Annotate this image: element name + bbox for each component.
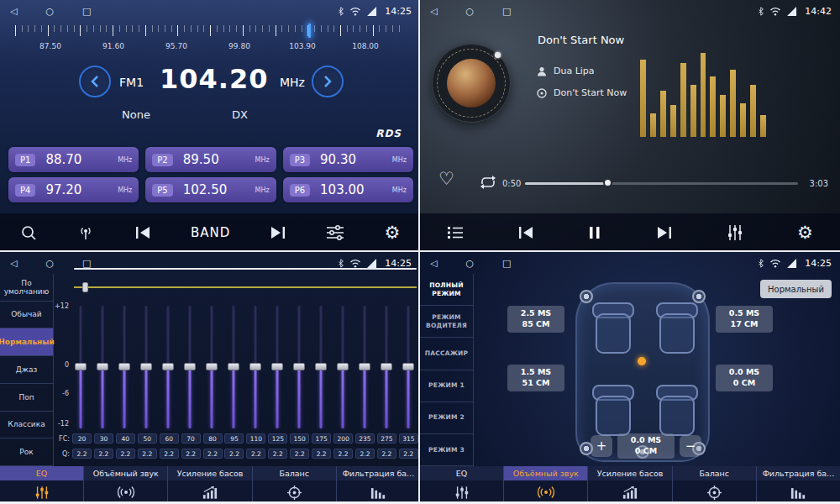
- tab-eq[interactable]: EQ: [420, 466, 504, 504]
- tune-down-button[interactable]: [79, 66, 111, 97]
- eq-band-slider[interactable]: [314, 306, 328, 428]
- slider-knob[interactable]: [184, 363, 196, 370]
- home-nav-icon[interactable]: ○: [465, 7, 474, 16]
- rear-left-delay[interactable]: 1.5 MS 51 CM: [507, 365, 564, 391]
- album-art[interactable]: [432, 44, 511, 123]
- eq-band-slider[interactable]: [227, 306, 240, 428]
- previous-station-button[interactable]: [129, 213, 156, 252]
- eq-preset-item[interactable]: Обычай: [0, 302, 53, 329]
- back-nav-icon[interactable]: ◁: [10, 259, 17, 268]
- eq-preset-item[interactable]: По умолчанию: [0, 274, 53, 302]
- tune-up-button[interactable]: [312, 66, 344, 97]
- back-nav-icon[interactable]: ◁: [10, 7, 17, 16]
- progress-knob[interactable]: [603, 178, 612, 187]
- front-right-speaker-icon[interactable]: [692, 290, 706, 303]
- radio-preset-button[interactable]: P5102.50MHz: [145, 177, 276, 202]
- equalizer-button[interactable]: [722, 213, 748, 252]
- eq-band-slider[interactable]: [205, 306, 218, 428]
- audio-settings-button[interactable]: [321, 213, 349, 252]
- recents-nav-icon[interactable]: □: [502, 259, 511, 268]
- eq-band-slider[interactable]: [336, 306, 349, 428]
- tab-filter[interactable]: Фильтрация ба...: [337, 466, 420, 504]
- slider-knob[interactable]: [271, 363, 283, 370]
- band-button[interactable]: BAND: [186, 213, 235, 252]
- front-left-speaker-icon[interactable]: [580, 290, 593, 303]
- next-station-button[interactable]: [265, 213, 291, 252]
- surround-preset-button[interactable]: Нормальный: [760, 280, 832, 298]
- eq-band-slider[interactable]: [96, 306, 109, 428]
- tab-surround[interactable]: Объёмный звук: [84, 466, 168, 504]
- listening-mode-item[interactable]: ПАССАЖИР: [420, 338, 473, 370]
- progress-slider[interactable]: [525, 182, 798, 185]
- radio-preset-button[interactable]: P289.50MHz: [145, 147, 276, 172]
- settings-button[interactable]: ⚙: [792, 213, 818, 252]
- slider-knob[interactable]: [75, 363, 87, 370]
- radio-preset-button[interactable]: P390.30MHz: [283, 147, 413, 172]
- slider-knob[interactable]: [206, 363, 218, 370]
- home-nav-icon[interactable]: ○: [45, 7, 54, 16]
- back-nav-icon[interactable]: ◁: [430, 259, 437, 268]
- listening-mode-item[interactable]: РЕЖИМ ВОДИТЕЛЯ: [420, 306, 473, 338]
- home-nav-icon[interactable]: ○: [45, 259, 54, 268]
- pause-button[interactable]: [583, 213, 606, 252]
- eq-band-slider[interactable]: [183, 306, 197, 428]
- slider-knob[interactable]: [228, 363, 239, 370]
- delay-increase-button[interactable]: +: [591, 435, 612, 457]
- previous-track-button[interactable]: [512, 213, 539, 252]
- eq-band-slider[interactable]: [74, 306, 87, 428]
- slider-knob[interactable]: [249, 363, 261, 370]
- radio-preset-button[interactable]: P188.70MHz: [8, 147, 139, 172]
- listening-mode-item[interactable]: РЕЖИМ 3: [420, 434, 473, 466]
- eq-preset-item[interactable]: Рок: [0, 438, 53, 466]
- recents-nav-icon[interactable]: □: [502, 7, 511, 16]
- tab-surround[interactable]: Объёмный звук: [504, 466, 588, 504]
- slider-knob[interactable]: [293, 363, 305, 370]
- eq-preset-item[interactable]: Нормальный: [0, 328, 53, 356]
- slider-knob[interactable]: [97, 363, 108, 370]
- slider-knob[interactable]: [359, 363, 370, 370]
- eq-preset-item[interactable]: Поп: [0, 384, 53, 412]
- eq-band-slider[interactable]: [249, 306, 262, 428]
- repeat-button[interactable]: [479, 176, 497, 192]
- settings-button[interactable]: ⚙: [380, 213, 406, 252]
- home-nav-icon[interactable]: ○: [465, 259, 474, 268]
- eq-band-slider[interactable]: [292, 306, 306, 428]
- tab-balance[interactable]: Баланс: [253, 466, 337, 504]
- favorite-button[interactable]: ♡: [438, 171, 454, 188]
- dx-mode-label[interactable]: DX: [232, 108, 248, 121]
- tab-filter[interactable]: Фильтрация ба...: [757, 466, 840, 504]
- frequency-scale[interactable]: 87.5091.6095.7099.80103.90108.00: [15, 25, 405, 55]
- broadcast-button[interactable]: [71, 213, 100, 252]
- back-nav-icon[interactable]: ◁: [430, 7, 437, 16]
- eq-band-slider[interactable]: [380, 306, 393, 428]
- tab-bass[interactable]: Усиление басов: [588, 466, 672, 504]
- eq-band-slider[interactable]: [161, 306, 175, 428]
- listening-mode-item[interactable]: ПОЛНЫЙ РЕЖИМ: [420, 274, 473, 306]
- eq-band-slider[interactable]: [270, 306, 284, 428]
- eq-preset-item[interactable]: Джаз: [0, 356, 53, 384]
- slider-knob[interactable]: [118, 363, 130, 370]
- playlist-button[interactable]: [442, 213, 469, 252]
- search-stations-button[interactable]: [15, 213, 42, 252]
- listening-position-dot[interactable]: [638, 357, 646, 365]
- delay-decrease-button[interactable]: −: [680, 435, 701, 457]
- slider-knob[interactable]: [140, 363, 152, 370]
- rear-right-delay[interactable]: 0.0 MS 0 CM: [716, 365, 773, 391]
- front-left-delay[interactable]: 2.5 MS 85 CM: [507, 306, 564, 333]
- eq-master-knob[interactable]: [82, 282, 88, 292]
- slider-knob[interactable]: [315, 363, 327, 370]
- slider-knob[interactable]: [402, 363, 414, 370]
- slider-knob[interactable]: [381, 363, 392, 370]
- eq-master-slider[interactable]: [74, 286, 417, 288]
- slider-knob[interactable]: [337, 363, 349, 370]
- radio-preset-button[interactable]: P6103.00MHz: [283, 177, 413, 202]
- tab-eq[interactable]: EQ: [0, 466, 84, 504]
- slider-knob[interactable]: [162, 363, 174, 370]
- eq-band-slider[interactable]: [358, 306, 371, 428]
- recents-nav-icon[interactable]: □: [82, 7, 91, 16]
- front-right-delay[interactable]: 0.5 MS 17 CM: [716, 306, 773, 333]
- listening-mode-item[interactable]: РЕЖИМ 2: [420, 402, 473, 434]
- listening-mode-item[interactable]: РЕЖИМ 1: [420, 370, 473, 402]
- eq-band-slider[interactable]: [139, 306, 153, 428]
- next-track-button[interactable]: [651, 213, 678, 252]
